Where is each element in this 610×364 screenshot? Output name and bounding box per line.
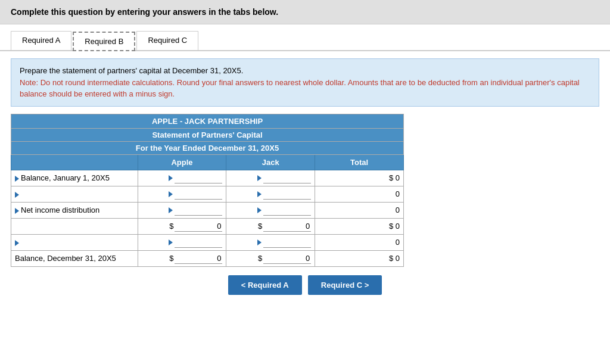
jack-input-0[interactable] [263,173,311,183]
apple-input-0[interactable] [175,173,222,183]
table-title: APPLE - JACK PARTNERSHIP [11,114,404,128]
col-header-total: Total [315,154,404,170]
row-label-1 [11,186,138,202]
prev-button[interactable]: < Required A [228,275,302,295]
next-button[interactable]: Required C > [308,275,382,295]
row-jack-4[interactable] [226,234,315,250]
table-date: For the Year Ended December 31, 20X5 [11,141,404,154]
table-row: $ $ $ 0 [11,218,404,234]
row-apple-3[interactable]: $ [138,218,226,234]
row-jack-2[interactable] [226,202,315,218]
row-total-0: $ 0 [315,170,404,186]
col-header-apple: Apple [138,154,226,170]
row-jack-3[interactable]: $ [226,218,315,234]
jack-input-1[interactable] [263,189,311,200]
row-apple-1[interactable] [138,186,226,202]
table-row: 0 [11,186,404,202]
nav-buttons: < Required A Required C > [11,275,599,295]
table-subtitle: Statement of Partners' Capital [11,128,404,141]
table-row: 0 [11,234,404,250]
col-header-jack: Jack [226,154,315,170]
jack-input-2[interactable] [263,205,311,216]
table-container: APPLE - JACK PARTNERSHIP Statement of Pa… [11,114,599,267]
row-total-3: $ 0 [315,218,404,234]
apple-input-1[interactable] [175,189,222,200]
tab-required-a[interactable]: Required A [11,31,71,51]
tab-required-b[interactable]: Required B [73,32,135,51]
row-jack-1[interactable] [226,186,315,202]
row-total-4: 0 [315,234,404,250]
partnership-table: APPLE - JACK PARTNERSHIP Statement of Pa… [11,114,404,267]
col-header-empty [11,154,138,170]
row-jack-5[interactable]: $ [226,250,315,266]
table-row: Balance, December 31, 20X5 $ $ $ 0 [11,250,404,266]
row-total-2: 0 [315,202,404,218]
row-label-2: Net income distribution [11,202,138,218]
row-label-5: Balance, December 31, 20X5 [11,250,138,266]
apple-input-2[interactable] [175,205,222,216]
tab-required-c[interactable]: Required C [136,31,198,51]
row-label-0: Balance, January 1, 20X5 [11,170,138,186]
row-apple-2[interactable] [138,202,226,218]
row-apple-4[interactable] [138,234,226,250]
row-label-4 [11,234,138,250]
row-jack-0[interactable] [226,170,315,186]
table-row: Net income distribution 0 [11,202,404,218]
apple-input-3[interactable] [175,221,222,232]
jack-input-4[interactable] [263,237,311,248]
row-total-5: $ 0 [315,250,404,266]
jack-input-5[interactable] [263,253,311,264]
tabs-area: Required A Required B Required C [0,24,610,51]
apple-input-5[interactable] [175,253,222,264]
row-apple-5[interactable]: $ [138,250,226,266]
table-row: Balance, January 1, 20X5 $ 0 [11,170,404,186]
row-apple-0[interactable] [138,170,226,186]
jack-input-3[interactable] [263,221,311,232]
instructions-box: Prepare the statement of partners' capit… [11,58,599,107]
row-label-3 [11,218,138,234]
top-banner: Complete this question by entering your … [0,0,610,24]
apple-input-4[interactable] [175,237,222,248]
instructions-note: Note: Do not round intermediate calculat… [20,78,580,99]
row-total-1: 0 [315,186,404,202]
